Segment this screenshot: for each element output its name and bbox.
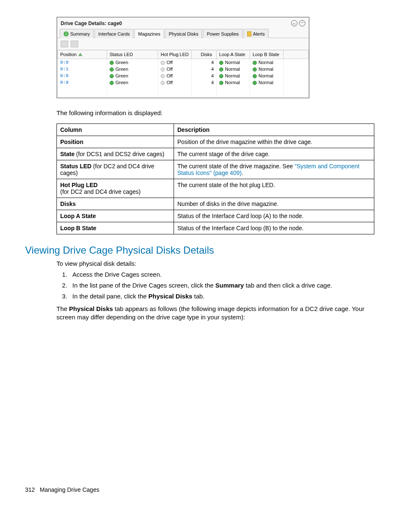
cell-spacer bbox=[284, 66, 309, 72]
definition-table: Column Description Position Position of … bbox=[56, 123, 374, 234]
sort-ascending-icon bbox=[78, 53, 82, 56]
status-dot-green-icon bbox=[110, 81, 114, 85]
def-cell-loop-b: Loop B State bbox=[57, 222, 174, 234]
cell-hot-plug: Off bbox=[158, 66, 192, 72]
cell-disks: 4 bbox=[192, 79, 217, 98]
def-cell-loop-a: Loop A State bbox=[57, 210, 174, 222]
cell-loop-a: Normal bbox=[217, 72, 250, 79]
status-dot-green-icon bbox=[253, 61, 257, 65]
def-cell-status-led: Status LED (for DC2 and DC4 drive cages) bbox=[57, 160, 174, 179]
cell-position: 0:8 bbox=[58, 72, 107, 79]
tab-alerts[interactable]: Alerts bbox=[243, 29, 269, 38]
header-text: Position bbox=[60, 52, 77, 57]
def-desc-position: Position of the drive magazine within th… bbox=[174, 136, 374, 148]
status-dot-green-icon bbox=[219, 61, 223, 65]
cell-loop-b: Normal bbox=[250, 72, 284, 79]
info-icon: i bbox=[64, 31, 69, 36]
def-cell-hot-plug: Hot Plug LED(for DC2 and DC4 drive cages… bbox=[57, 179, 174, 198]
step-2: In the list pane of the Drive Cages scre… bbox=[69, 280, 374, 290]
tab-label: Magazines bbox=[138, 31, 160, 36]
cell-status-led: Green bbox=[107, 66, 158, 72]
status-dot-green-icon bbox=[253, 74, 257, 78]
tab-label: Alerts bbox=[253, 31, 265, 36]
def-desc-loop-b: Status of the Interface Card loop (B) to… bbox=[174, 222, 374, 234]
cell-spacer bbox=[284, 79, 309, 98]
status-dot-off-icon bbox=[161, 74, 165, 78]
status-dot-green-icon bbox=[110, 61, 114, 65]
def-header-description: Description bbox=[174, 123, 374, 136]
tab-interface-cards[interactable]: Interface Cards bbox=[95, 29, 133, 38]
col-spacer bbox=[284, 50, 309, 59]
drive-cage-details-panel: Drive Cage Details: cage0 ︽ ︾ i Summary … bbox=[56, 17, 309, 98]
status-dot-off-icon bbox=[161, 61, 165, 65]
def-cell-state: State (for DCS1 and DCS2 drive cages) bbox=[57, 148, 174, 160]
header-text: Loop B State bbox=[253, 52, 279, 57]
status-dot-green-icon bbox=[219, 67, 223, 72]
cell-disks: 4 bbox=[192, 72, 217, 79]
page-number: 312 bbox=[25, 486, 35, 493]
cell-loop-a: Normal bbox=[217, 66, 250, 72]
col-disks[interactable]: Disks bbox=[192, 50, 217, 59]
cell-hot-plug: Off bbox=[158, 72, 192, 79]
cell-status-led: Green bbox=[107, 59, 158, 66]
cell-status-led: Green bbox=[107, 79, 158, 98]
cell-loop-b: Normal bbox=[250, 79, 284, 98]
table-row[interactable]: 0:8GreenOff4NormalNormal bbox=[58, 72, 309, 79]
section-heading: Viewing Drive Cage Physical Disks Detail… bbox=[25, 244, 374, 256]
tab-power-supplies[interactable]: Power Supplies bbox=[203, 29, 242, 38]
cell-loop-b: Normal bbox=[250, 59, 284, 66]
cell-spacer bbox=[284, 72, 309, 79]
tab-summary[interactable]: i Summary bbox=[60, 29, 94, 38]
tab-magazines[interactable]: Magazines bbox=[134, 29, 164, 38]
status-dot-green-icon bbox=[110, 74, 114, 78]
tab-label: Power Supplies bbox=[207, 31, 238, 36]
def-cell-position: Position bbox=[57, 136, 174, 148]
status-dot-green-icon bbox=[219, 74, 223, 78]
cell-position: 0:9 bbox=[58, 79, 107, 98]
panel-title: Drive Cage Details: cage0 bbox=[61, 21, 289, 26]
def-desc-loop-a: Status of the Interface Card loop (A) to… bbox=[174, 210, 374, 222]
cell-loop-a: Normal bbox=[217, 79, 250, 98]
toolbar-button-1[interactable] bbox=[61, 41, 68, 47]
collapse-down-icon[interactable]: ︾ bbox=[299, 20, 305, 26]
cell-hot-plug: Off bbox=[158, 79, 192, 98]
intro-paragraph: The following information is displayed: bbox=[56, 109, 374, 117]
bell-icon bbox=[247, 31, 251, 36]
cell-position: 0:1 bbox=[58, 66, 107, 72]
table-row[interactable]: 0:0GreenOff4NormalNormal bbox=[58, 59, 309, 66]
col-position[interactable]: Position bbox=[58, 50, 107, 59]
cell-loop-a: Normal bbox=[217, 59, 250, 66]
step-1: Access the Drive Cages screen. bbox=[69, 270, 374, 280]
cell-loop-b: Normal bbox=[250, 66, 284, 72]
table-row[interactable]: 0:9GreenOff4NormalNormal bbox=[58, 79, 309, 98]
table-row[interactable]: 0:1GreenOff4NormalNormal bbox=[58, 66, 309, 72]
section-intro: To view physical disk details: bbox=[56, 260, 374, 268]
def-header-column: Column bbox=[57, 123, 174, 136]
status-dot-green-icon bbox=[219, 81, 223, 85]
cell-disks: 4 bbox=[192, 66, 217, 72]
def-desc-state: The current stage of the drive cage. bbox=[174, 148, 374, 160]
cell-hot-plug: Off bbox=[158, 59, 192, 66]
page-footer: 312 Managing Drive Cages bbox=[25, 327, 374, 493]
col-loop-b[interactable]: Loop B State bbox=[250, 50, 284, 59]
status-dot-off-icon bbox=[161, 67, 165, 72]
col-status-led[interactable]: Status LED bbox=[107, 50, 158, 59]
col-loop-a[interactable]: Loop A State bbox=[217, 50, 250, 59]
header-text: Loop A State bbox=[219, 52, 245, 57]
status-dot-green-icon bbox=[253, 81, 257, 85]
def-desc-status-led: The current state of the drive magazine.… bbox=[174, 160, 374, 179]
tab-row: i Summary Interface Cards Magazines Phys… bbox=[57, 28, 309, 38]
status-dot-off-icon bbox=[161, 81, 165, 85]
tab-physical-disks[interactable]: Physical Disks bbox=[165, 29, 202, 38]
def-desc-hot-plug: The current state of the hot plug LED. bbox=[174, 179, 374, 198]
cell-spacer bbox=[284, 59, 309, 66]
status-dot-green-icon bbox=[110, 67, 114, 72]
step-3: In the detail pane, click the Physical D… bbox=[69, 291, 374, 301]
cell-status-led: Green bbox=[107, 72, 158, 79]
toolbar-button-2[interactable] bbox=[71, 41, 78, 47]
collapse-up-icon[interactable]: ︽ bbox=[291, 20, 297, 26]
col-hot-plug-led[interactable]: Hot Plug LED bbox=[158, 50, 192, 59]
def-desc-disks: Number of disks in the drive magazine. bbox=[174, 198, 374, 210]
cell-disks: 4 bbox=[192, 59, 217, 66]
tab-label: Physical Disks bbox=[169, 31, 198, 36]
